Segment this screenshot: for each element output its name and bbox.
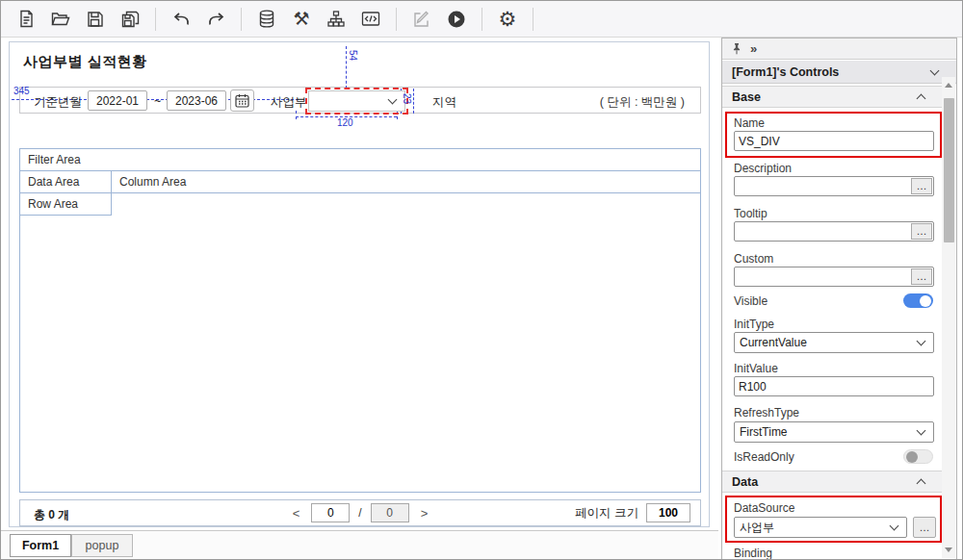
undo-button[interactable] [166,5,196,34]
measure-345-label: 345 [13,86,30,96]
section-base-header[interactable]: Base [722,86,943,108]
unit-label: ( 단위 : 백만원 ) [600,94,685,111]
save-all-icon [121,11,140,28]
custom-input[interactable] [734,267,934,287]
calendar-icon [235,93,249,108]
page-title: 사업부별 실적현황 [23,53,147,71]
settings-button[interactable]: ⚙ [492,5,523,34]
inittype-select[interactable]: CurrentValue [734,332,934,353]
description-input[interactable] [734,176,934,196]
date-to-input[interactable] [167,90,226,111]
collapse-panel-icon[interactable]: » [750,41,756,56]
description-ellipsis-button[interactable]: … [911,178,932,194]
tilde-separator: ~ [154,94,161,108]
filter-area-label: Filter Area [28,153,81,166]
hierarchy-icon [327,11,345,28]
base-section-label: Base [732,90,761,104]
chevron-down-icon [930,65,940,75]
next-page-button[interactable]: > [418,506,431,521]
chevron-up-icon [917,93,926,103]
pivot-row-area[interactable]: Row Area [20,193,112,216]
toggle-knob [920,295,931,307]
gear-icon: ⚙ [499,9,517,29]
scroll-down-arrow-icon[interactable] [945,547,952,552]
save-all-button[interactable] [115,5,145,34]
name-input[interactable] [734,131,934,151]
properties-panel: » [Form1]'s Controls Base Name Descripti… [721,38,957,560]
data-area-label: Data Area [28,175,79,189]
pivot-second-row: Data Area Column Area [20,171,700,193]
initvalue-label: InitValue [734,362,778,375]
code-editor-button[interactable] [355,5,386,34]
measure-tick [296,111,297,119]
visible-label: Visible [734,294,768,308]
tooltip-label: Tooltip [734,207,768,220]
custom-ellipsis-button[interactable]: … [911,268,932,285]
section-data-header[interactable]: Data [722,471,943,493]
toolbar-separator [241,8,242,31]
redo-button[interactable] [200,5,231,34]
datasource-select-value: 사업부 [735,520,891,536]
database-button[interactable] [251,5,282,34]
redo-icon [207,13,225,26]
calendar-button[interactable] [230,89,254,112]
tooltip-ellipsis-button[interactable]: … [911,223,932,240]
save-icon [87,11,104,28]
region-label: 지역 [432,94,456,111]
initvalue-input[interactable] [734,376,934,396]
pivot-data-area[interactable]: Data Area [20,171,112,192]
hierarchy-button[interactable] [321,5,351,34]
scrollbar-thumb[interactable] [944,98,954,242]
tooltip-input[interactable] [734,221,934,242]
controls-header[interactable]: [Form1]'s Controls [722,61,956,84]
pivot-filter-area[interactable]: Filter Area [20,149,700,171]
pivot-grid: Filter Area Data Area Column Area Row Ar… [19,148,701,493]
measure-120-label: 120 [337,117,353,128]
datasource-ellipsis-button[interactable]: … [913,517,936,538]
tab-form1[interactable]: Form1 [10,534,71,557]
chevron-down-icon [388,95,398,105]
page-size-input[interactable] [646,503,690,522]
datasource-select[interactable]: 사업부 [734,517,907,538]
code-editor-icon [361,11,380,27]
chevron-down-icon [917,337,926,346]
pin-icon[interactable] [731,42,742,55]
isreadonly-toggle[interactable] [903,449,933,464]
inittype-select-value: CurrentValue [735,336,918,349]
page-size-group: 페이지 크기 [575,503,690,522]
edit-button [406,5,437,34]
open-folder-button[interactable] [45,5,76,34]
scroll-up-arrow-icon[interactable] [945,83,952,88]
refreshtype-select[interactable]: FirstTime [734,421,934,443]
toolbar-separator [396,8,397,31]
row-area-label: Row Area [28,197,78,211]
tools-button[interactable]: ⚒ [286,5,317,34]
refreshtype-select-value: FirstTime [735,425,918,439]
prev-page-button[interactable]: < [290,506,303,521]
database-icon [258,10,275,28]
description-label: Description [734,162,792,175]
refreshtype-label: RefreshType [734,406,799,420]
tab-popup[interactable]: popup [71,534,133,557]
isreadonly-label: IsReadOnly [734,450,794,464]
total-pages-field [371,503,409,522]
tools-icon: ⚒ [293,10,309,28]
new-document-button[interactable] [11,5,41,34]
inittype-label: InitType [734,318,774,331]
toolbar-separator [155,8,156,31]
toggle-knob [906,451,918,463]
panel-scrollbar[interactable] [942,77,955,558]
grid-footer: 총 0 개 < / > 페이지 크기 [19,499,701,526]
save-button[interactable] [80,5,111,34]
current-page-input[interactable] [311,503,350,522]
page-size-label: 페이지 크기 [575,505,638,522]
date-from-input[interactable] [88,90,147,111]
division-label: 사업부 [271,94,307,111]
run-button[interactable] [441,5,472,34]
division-select[interactable] [308,90,405,112]
visible-toggle[interactable] [903,293,933,308]
custom-label: Custom [734,252,773,266]
chevron-up-icon [917,478,926,488]
pivot-column-area[interactable]: Column Area [112,171,700,192]
open-folder-icon [51,11,70,27]
